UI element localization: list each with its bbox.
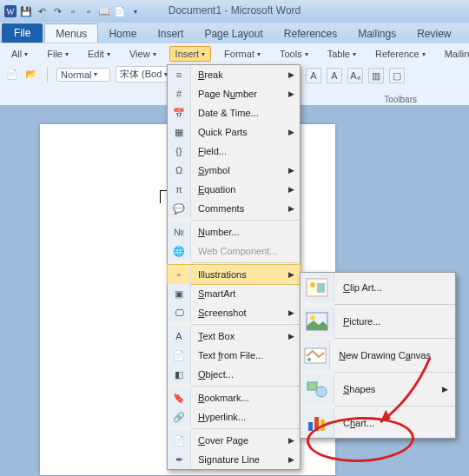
menu-item-symbol[interactable]: ΩSymbol▶	[168, 161, 300, 180]
clip-art-icon	[305, 277, 329, 298]
menu-item-pagenum[interactable]: #Page Number▶	[168, 84, 300, 103]
textbox-icon: A	[172, 329, 186, 343]
menu-item-quickparts[interactable]: ▦Quick Parts▶	[168, 122, 300, 142]
menu-item-equation[interactable]: πEquation▶	[168, 180, 300, 199]
svg-rect-11	[308, 422, 313, 431]
svg-rect-13	[320, 420, 325, 431]
menu-view[interactable]: View▾	[123, 46, 162, 62]
submenu-label: Shapes	[334, 384, 455, 394]
menu-item-number[interactable]: №Number...	[168, 222, 300, 241]
menu-item-label: Web Component...	[191, 246, 300, 256]
submenu-label: New Drawing Canvas	[330, 350, 455, 360]
toolbar-icon[interactable]: ▢	[389, 68, 405, 83]
submenu-arrow-icon: ▶	[288, 89, 294, 98]
menu-all[interactable]: All▾	[5, 46, 34, 62]
submenu-label: Clip Art...	[334, 282, 455, 293]
menu-item-webcomp: 🌐Web Component...	[168, 241, 300, 261]
menu-item-break[interactable]: ≡Break▶	[168, 65, 300, 84]
menu-item-label: Bookmark...	[191, 393, 300, 403]
submenu-arrow-icon: ▶	[442, 385, 448, 393]
object-icon: ◧	[172, 367, 186, 381]
toolbar-icon[interactable]: Α	[306, 68, 321, 83]
undo-icon[interactable]: ↶	[35, 4, 49, 18]
style-selector[interactable]: Normal▾	[56, 68, 110, 82]
tab-insert[interactable]: Insert	[147, 24, 194, 43]
tab-mailings[interactable]: Mailings	[347, 24, 406, 43]
submenu-label: Chart...	[334, 418, 455, 428]
tab-review[interactable]: Review	[406, 24, 461, 43]
submenu-arrow-icon: ▶	[288, 185, 294, 194]
tab-home[interactable]: Home	[98, 24, 147, 43]
qat-icon[interactable]: 📄	[113, 4, 127, 18]
toolbar-icon[interactable]: A	[327, 68, 342, 83]
picture-icon	[305, 311, 329, 332]
open-icon[interactable]: 📂	[24, 68, 38, 82]
submenu-arrow-icon: ▶	[288, 166, 294, 175]
menu-item-field[interactable]: {}Field...	[168, 142, 300, 161]
new-doc-icon[interactable]: 📄	[5, 68, 19, 82]
save-icon[interactable]: 💾	[19, 4, 33, 18]
menu-item-label: Comments	[191, 203, 300, 214]
svg-point-3	[310, 282, 315, 288]
menu-item-hyperlink[interactable]: 🔗Hyperlink...	[168, 407, 300, 426]
svg-text:W: W	[6, 7, 15, 17]
word-app-icon[interactable]: W	[3, 4, 17, 18]
submenu-arrow-icon: ▶	[288, 204, 294, 213]
submenu-chart[interactable]: Chart...	[301, 408, 455, 438]
menu-item-sigline[interactable]: ✒Signature Line▶	[168, 450, 300, 469]
menu-edit[interactable]: Edit▾	[82, 46, 116, 62]
menu-item-label: Number...	[191, 227, 300, 237]
menu-item-textbox[interactable]: AText Box▶	[168, 327, 300, 346]
submenu-clip-art[interactable]: Clip Art...	[301, 273, 455, 302]
datetime-icon: 📅	[172, 106, 186, 120]
menu-item-screenshot[interactable]: 🖵Screenshot▶	[168, 303, 300, 322]
tab-file[interactable]: File	[2, 23, 43, 43]
menu-item-object[interactable]: ◧Object...	[168, 365, 300, 384]
submenu-arrow-icon: ▶	[288, 436, 294, 445]
submenu-picture[interactable]: Picture...	[301, 307, 455, 336]
svg-point-6	[310, 315, 315, 321]
submenu-arrow-icon: ▶	[288, 332, 294, 340]
menu-item-label: Cover Page	[191, 435, 300, 446]
qat-icon[interactable]: 📖	[97, 4, 111, 18]
menu-item-label: Illustrations	[191, 269, 300, 280]
tab-page-layout[interactable]: Page Layout	[194, 24, 273, 43]
menu-mailing[interactable]: Mailing	[439, 46, 469, 62]
toolbar-icon[interactable]: Aₐ	[347, 68, 363, 83]
submenu-arrow-icon: ▶	[288, 270, 294, 279]
webcomp-icon: 🌐	[172, 244, 186, 258]
menu-item-comments[interactable]: 💬Comments▶	[168, 199, 300, 218]
qat-icon[interactable]: ▫	[66, 4, 80, 18]
menu-file[interactable]: File▾	[41, 46, 75, 62]
menu-format[interactable]: Format▾	[218, 46, 267, 62]
menu-item-smartart[interactable]: ▣SmartArt	[168, 284, 300, 303]
drawing-canvas-icon	[303, 345, 327, 366]
comments-icon: 💬	[172, 202, 186, 215]
illustrations-submenu: Clip Art... Picture... New Drawing Canva…	[300, 272, 456, 439]
menu-item-datetime[interactable]: 📅Date & Time...	[168, 103, 300, 122]
qat-customize-icon[interactable]: ▾	[129, 4, 142, 18]
tab-menus[interactable]: Menus	[44, 23, 98, 43]
svg-rect-4	[317, 283, 325, 293]
tab-references[interactable]: References	[274, 24, 347, 43]
font-selector[interactable]: 宋体 (Bod▾	[116, 66, 175, 83]
menu-item-illust[interactable]: ▫Illustrations▶	[168, 265, 300, 284]
menu-item-label: Text from File...	[191, 350, 300, 360]
menu-item-label: Object...	[191, 369, 300, 380]
menu-table[interactable]: Table▾	[321, 46, 362, 62]
redo-icon[interactable]: ↷	[50, 4, 64, 18]
number-icon: №	[172, 225, 186, 239]
menu-item-label: Equation	[191, 184, 300, 195]
submenu-shapes[interactable]: Shapes ▶	[301, 374, 455, 404]
toolbar-icon[interactable]: ▥	[368, 68, 384, 83]
menu-tools[interactable]: Tools▾	[274, 46, 314, 62]
submenu-new-drawing-canvas[interactable]: New Drawing Canvas	[301, 340, 455, 370]
menu-item-label: Signature Line	[191, 454, 300, 465]
menu-item-textfromfile[interactable]: 📄Text from File...	[168, 346, 300, 365]
menu-item-label: Symbol	[191, 165, 300, 175]
menu-insert[interactable]: Insert▾	[169, 46, 212, 62]
menu-reference[interactable]: Reference▾	[369, 46, 432, 62]
qat-icon[interactable]: ▫	[82, 4, 96, 18]
menu-item-bookmark[interactable]: 🔖Bookmark...	[168, 388, 300, 407]
menu-item-coverpage[interactable]: 📄Cover Page▶	[168, 431, 300, 450]
